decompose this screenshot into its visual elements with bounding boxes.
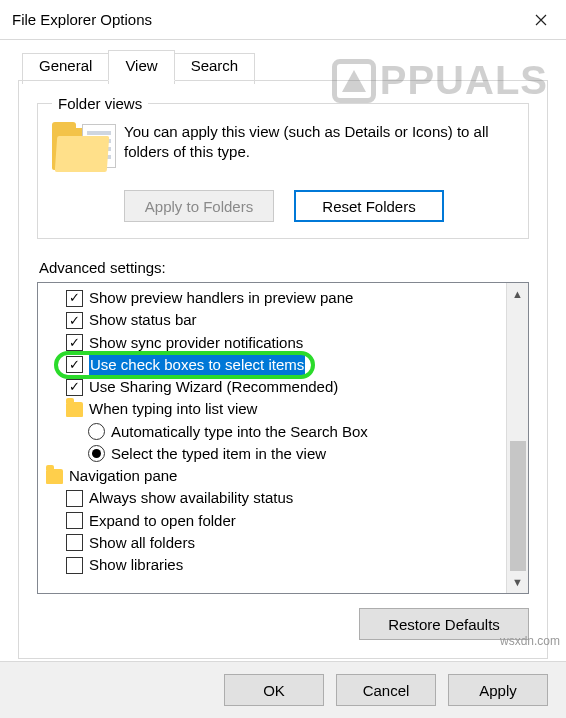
list-item[interactable]: Expand to open folder: [44, 510, 504, 532]
checkbox-icon[interactable]: ✓: [66, 379, 83, 396]
list-item-label: Expand to open folder: [89, 511, 236, 531]
apply-to-folders-button[interactable]: Apply to Folders: [124, 190, 274, 222]
folder-views-text: You can apply this view (such as Details…: [124, 122, 514, 178]
list-item[interactable]: ✓Use Sharing Wizard (Recommended): [44, 376, 504, 398]
list-item[interactable]: Show libraries: [44, 554, 504, 576]
source-label: wsxdn.com: [500, 634, 560, 648]
window-title: File Explorer Options: [12, 11, 152, 28]
checkbox-icon[interactable]: ✓: [66, 290, 83, 307]
checkbox-icon[interactable]: [66, 534, 83, 551]
list-item-label: Show sync provider notifications: [89, 333, 303, 353]
folder-views-legend: Folder views: [52, 95, 148, 112]
advanced-settings-label: Advanced settings:: [39, 259, 529, 276]
list-item-label: Show status bar: [89, 310, 197, 330]
folder-views-group: Folder views You can apply this view (su…: [37, 95, 529, 239]
list-item-label: Show preview handlers in preview pane: [89, 288, 353, 308]
close-icon: [535, 14, 547, 26]
checkbox-icon[interactable]: ✓: [66, 356, 83, 373]
checkbox-icon[interactable]: [66, 557, 83, 574]
list-item[interactable]: ✓Use check boxes to select items: [44, 354, 504, 376]
list-item[interactable]: Show all folders: [44, 532, 504, 554]
list-item[interactable]: ✓Show sync provider notifications: [44, 332, 504, 354]
list-item-label: When typing into list view: [89, 399, 257, 419]
list-item[interactable]: When typing into list view: [44, 398, 504, 420]
scroll-up-icon[interactable]: ▲: [512, 285, 523, 303]
list-item-label: Use check boxes to select items: [89, 355, 305, 375]
cancel-button[interactable]: Cancel: [336, 674, 436, 706]
list-item-label: Show libraries: [89, 555, 183, 575]
radio-icon[interactable]: [88, 445, 105, 462]
list-item[interactable]: ✓Show status bar: [44, 309, 504, 331]
apply-button[interactable]: Apply: [448, 674, 548, 706]
tab-view[interactable]: View: [108, 50, 174, 81]
list-item[interactable]: Always show availability status: [44, 487, 504, 509]
folder-icon: [46, 469, 63, 484]
list-item-label: Use Sharing Wizard (Recommended): [89, 377, 338, 397]
checkbox-icon[interactable]: [66, 490, 83, 507]
advanced-settings-list[interactable]: ✓Show preview handlers in preview pane✓S…: [37, 282, 529, 594]
scroll-down-icon[interactable]: ▼: [512, 573, 523, 591]
reset-folders-button[interactable]: Reset Folders: [294, 190, 444, 222]
list-item[interactable]: Navigation pane: [44, 465, 504, 487]
folder-icon: [52, 122, 112, 178]
checkbox-icon[interactable]: ✓: [66, 312, 83, 329]
list-item-label: Always show availability status: [89, 488, 293, 508]
tab-panel-view: Folder views You can apply this view (su…: [18, 80, 548, 659]
radio-icon[interactable]: [88, 423, 105, 440]
list-item-label: Automatically type into the Search Box: [111, 422, 368, 442]
list-item-label: Show all folders: [89, 533, 195, 553]
close-button[interactable]: [516, 0, 566, 40]
checkbox-icon[interactable]: [66, 512, 83, 529]
list-item-label: Navigation pane: [69, 466, 177, 486]
list-item[interactable]: Automatically type into the Search Box: [44, 421, 504, 443]
list-item[interactable]: ✓Show preview handlers in preview pane: [44, 287, 504, 309]
scrollbar[interactable]: ▲ ▼: [506, 283, 528, 593]
list-item-label: Select the typed item in the view: [111, 444, 326, 464]
folder-icon: [66, 402, 83, 417]
checkbox-icon[interactable]: ✓: [66, 334, 83, 351]
ok-button[interactable]: OK: [224, 674, 324, 706]
titlebar: File Explorer Options: [0, 0, 566, 40]
dialog-button-bar: OK Cancel Apply: [0, 661, 566, 718]
list-item[interactable]: Select the typed item in the view: [44, 443, 504, 465]
scroll-thumb[interactable]: [510, 441, 526, 571]
tabstrip: General View Search: [22, 50, 548, 81]
